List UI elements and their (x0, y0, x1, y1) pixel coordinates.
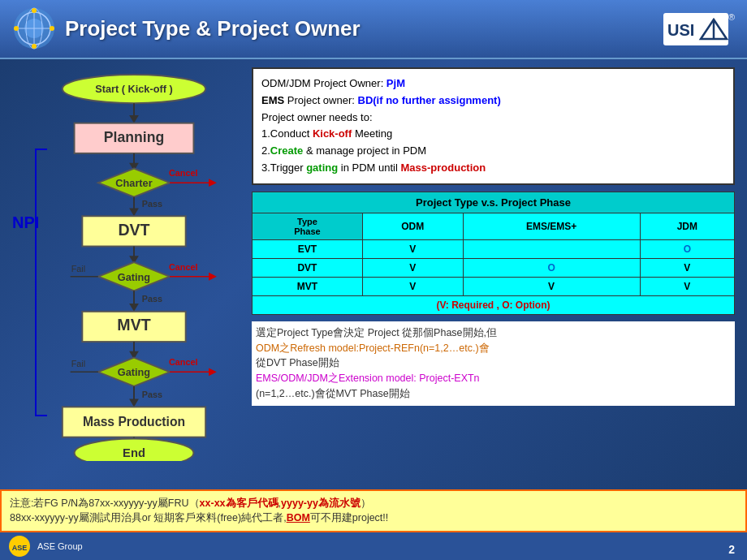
content-area: NPI Start ( Kick-off ) Planning Charter (0, 59, 747, 485)
gating-highlight: gating (306, 162, 338, 174)
flowchart-svg: Start ( Kick-off ) Planning Charter Canc… (28, 71, 240, 461)
phase-dvt: DVT (253, 258, 363, 277)
desc-line2: ODM之Refresh model:Project-REFn(n=1,2…etc… (256, 341, 731, 356)
info-item3: 3.Trigger gating in PDM until Mass-produ… (261, 160, 725, 177)
svg-text:Gating: Gating (118, 366, 150, 378)
kickoff-highlight: Kick-off (313, 127, 352, 140)
svg-marker-25 (209, 179, 217, 187)
info-line2: EMS Project owner: BD(if no further assi… (261, 93, 725, 110)
odm-mvt: V (362, 277, 463, 295)
bd-label: BD(if no further assignment) (358, 94, 501, 106)
flowchart-area: NPI Start ( Kick-off ) Planning Charter (12, 67, 240, 477)
svg-marker-17 (129, 115, 139, 123)
page-number: 2 (728, 543, 735, 556)
bottom-notice: 注意:若FG P/N為87xx-xxyyyy-yy屬FRU（xx-xx為客戶代碼… (0, 489, 747, 533)
usi-logo-svg: USI (663, 13, 728, 45)
svg-text:Charter: Charter (115, 177, 152, 189)
svg-text:Pass: Pass (142, 199, 162, 209)
jdm-dvt: V (640, 258, 734, 277)
notice-line2: 88xx-xxyyyy-yy屬測試用治具or 短期客戶來料(free)純代工者,… (10, 510, 737, 526)
svg-text:Gating: Gating (118, 271, 150, 283)
jdm-mvt: V (640, 277, 734, 295)
phase-evt: EVT (253, 239, 363, 258)
svg-point-8 (14, 26, 19, 31)
svg-marker-43 (129, 304, 139, 312)
desc-line1: 選定Project Type會決定 Project 從那個Phase開始,但 (256, 325, 731, 341)
odm-evt: V (362, 239, 463, 258)
ems-evt (463, 239, 640, 258)
svg-point-6 (32, 8, 37, 13)
svg-marker-53 (209, 368, 217, 376)
col-jdm: JDM (640, 213, 734, 239)
svg-text:MVT: MVT (117, 316, 150, 334)
info-item2: 2.Create & manage project in PDM (261, 143, 725, 160)
usi-logo: USI ® (663, 13, 735, 45)
phase-table: Project Type v.s. Project Phase Type Pha… (252, 192, 735, 315)
ems-dvt: O (463, 258, 640, 277)
footer: ASE ASE Group 2 (0, 532, 747, 560)
description-text: 選定Project Type會決定 Project 從那個Phase開始,但 O… (252, 321, 735, 406)
header-left: Project Type & Project Owner (12, 6, 361, 51)
table-note: (V: Required , O: Option) (253, 295, 735, 314)
svg-text:End: End (123, 446, 145, 459)
svg-text:Pass: Pass (142, 294, 162, 304)
table-title: Project Type v.s. Project Phase (253, 192, 735, 213)
corner-cell: Type Phase (253, 213, 363, 239)
svg-text:Cancel: Cancel (169, 168, 197, 178)
info-box: ODM/JDM Project Owner: PjM EMS Project o… (252, 67, 735, 185)
page-title: Project Type & Project Owner (65, 16, 361, 41)
mass-production-highlight: Mass-production (400, 162, 486, 174)
svg-marker-29 (129, 208, 139, 216)
registered-mark: ® (728, 12, 735, 22)
svg-marker-39 (209, 273, 217, 281)
table-row-mvt: MVT V V V (253, 277, 735, 295)
svg-point-7 (32, 44, 37, 49)
ems-mvt: V (463, 277, 640, 295)
odm-dvt: V (362, 258, 463, 277)
desc-line4: EMS/ODM/JDM之Extension model: Project-EXT… (256, 371, 731, 386)
svg-text:Pass: Pass (142, 390, 162, 399)
svg-text:Mass Production: Mass Production (83, 415, 185, 429)
svg-text:USI: USI (667, 21, 694, 39)
header-icon (12, 6, 57, 51)
pjm-label: PjM (386, 77, 405, 89)
table-row-dvt: DVT V O V (253, 258, 735, 277)
svg-text:Cancel: Cancel (169, 262, 197, 272)
header: Project Type & Project Owner USI ® (0, 0, 747, 59)
phase-mvt: MVT (253, 277, 363, 295)
desc-line5: (n=1,2…etc.)會從MVT Phase開始 (256, 386, 731, 402)
desc-line3: 從DVT Phase開始 (256, 355, 731, 371)
info-line3: Project owner needs to: (261, 110, 725, 127)
svg-text:ASE: ASE (12, 544, 28, 552)
svg-marker-57 (129, 399, 139, 407)
company-name: ASE Group (37, 541, 83, 551)
svg-text:Planning: Planning (104, 129, 164, 145)
info-item1: 1.Conduct Kick-off Meeting (261, 126, 725, 143)
col-ems: EMS/EMS+ (463, 213, 640, 239)
svg-text:Start ( Kick-off ): Start ( Kick-off ) (95, 83, 172, 95)
ase-logo-icon: ASE (8, 535, 31, 558)
npi-bracket (35, 149, 47, 416)
svg-point-9 (50, 26, 54, 31)
svg-text:DVT: DVT (118, 221, 149, 239)
table-row-evt: EVT V O (253, 239, 735, 258)
table-note-row: (V: Required , O: Option) (253, 295, 735, 314)
svg-text:Fail: Fail (71, 264, 85, 274)
svg-text:Fail: Fail (71, 359, 85, 368)
main-container: Project Type & Project Owner USI ® NPI (0, 0, 747, 560)
svg-text:Cancel: Cancel (169, 357, 197, 367)
col-odm: ODM (362, 213, 463, 239)
info-line1: ODM/JDM Project Owner: PjM (261, 75, 725, 93)
create-highlight: Create (270, 144, 303, 157)
notice-line1: 注意:若FG P/N為87xx-xxyyyy-yy屬FRU（xx-xx為客戶代碼… (10, 496, 737, 511)
right-content: ODM/JDM Project Owner: PjM EMS Project o… (252, 67, 735, 477)
jdm-evt: O (640, 239, 734, 258)
